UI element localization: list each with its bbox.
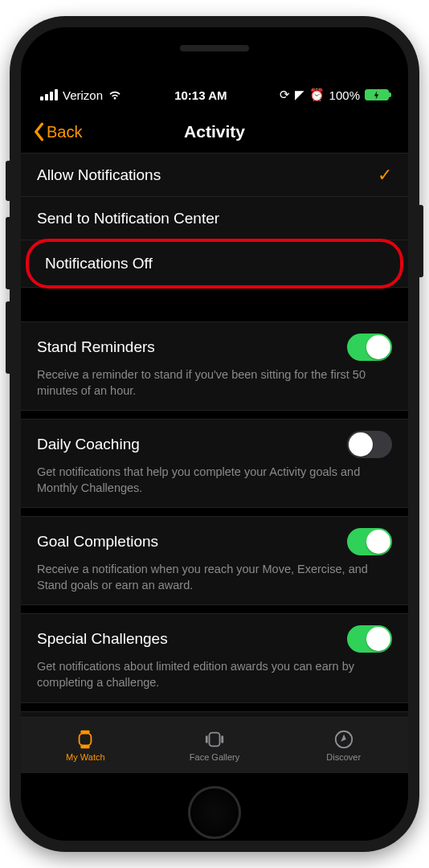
special-challenges-desc: Get notifications about limited edition … (21, 657, 408, 702)
daily-coaching-title: Daily Coaching (37, 436, 140, 453)
side-button-2 (6, 301, 10, 374)
notif-off-label: Notifications Off (45, 255, 153, 272)
daily-coaching-section: Daily Coaching Get notifications that he… (21, 419, 408, 508)
phone-frame: Verizon 10:13 AM ⟳ ◤ ⏰ 100% Back Activit… (10, 16, 419, 852)
goal-completions-section: Goal Completions Receive a notification … (21, 516, 408, 605)
status-bar: Verizon 10:13 AM ⟳ ◤ ⏰ 100% (21, 71, 408, 119)
watch-icon (74, 729, 96, 750)
goal-completions-row[interactable]: Goal Completions (21, 517, 408, 560)
home-button[interactable] (188, 786, 241, 839)
back-label: Back (47, 123, 82, 141)
back-button[interactable]: Back (32, 122, 82, 141)
notif-allow-row[interactable]: Allow Notifications ✓ (21, 154, 408, 197)
earpiece (180, 45, 249, 51)
special-challenges-toggle[interactable] (347, 625, 392, 653)
alarm-icon: ⏰ (309, 88, 325, 102)
notif-allow-label: Allow Notifications (37, 166, 161, 184)
goal-completions-desc: Receive a notification when you reach yo… (21, 560, 408, 604)
wifi-icon (108, 89, 122, 100)
daily-coaching-desc: Get notifications that help you complete… (21, 463, 408, 507)
annotation-highlight: Notifications Off (26, 239, 403, 289)
nav-bar: Back Activity (21, 119, 408, 153)
group-spacer (21, 288, 408, 321)
special-challenges-title: Special Challenges (37, 630, 168, 648)
special-challenges-row[interactable]: Special Challenges (21, 614, 408, 657)
notif-off-row[interactable]: Notifications Off (29, 242, 400, 285)
notif-send-center-label: Send to Notification Center (37, 210, 219, 227)
stand-reminders-title: Stand Reminders (37, 338, 155, 356)
activity-sharing-section: Activity Sharing Notifications (21, 711, 408, 718)
check-icon: ✓ (378, 165, 392, 186)
goal-completions-title: Goal Completions (37, 533, 158, 551)
tab-face-gallery[interactable]: Face Gallery (150, 718, 280, 773)
carrier-label: Verizon (63, 88, 103, 102)
stand-reminders-desc: Receive a reminder to stand if you've be… (21, 366, 408, 410)
notif-send-center-row[interactable]: Send to Notification Center (21, 197, 408, 240)
svg-rect-3 (210, 733, 220, 747)
tab-my-watch-label: My Watch (66, 752, 105, 762)
stand-reminders-row[interactable]: Stand Reminders (21, 322, 408, 366)
svg-rect-1 (80, 734, 92, 746)
activity-sharing-row[interactable]: Activity Sharing Notifications (21, 712, 408, 718)
daily-coaching-toggle[interactable] (347, 431, 392, 458)
battery-pct: 100% (329, 88, 360, 102)
signal-icon (40, 89, 58, 100)
daily-coaching-row[interactable]: Daily Coaching (21, 420, 408, 463)
location-icon: ◤ (295, 88, 304, 102)
svg-rect-4 (206, 735, 208, 743)
goal-completions-toggle[interactable] (347, 528, 392, 555)
side-button (419, 205, 423, 277)
rotation-lock-icon: ⟳ (280, 88, 290, 102)
stand-reminders-section: Stand Reminders Receive a reminder to st… (21, 321, 408, 411)
battery-icon (365, 89, 389, 100)
status-time: 10:13 AM (174, 88, 227, 102)
special-challenges-section: Special Challenges Get notifications abo… (21, 613, 408, 702)
stand-reminders-toggle[interactable] (347, 334, 392, 361)
settings-content[interactable]: Allow Notifications ✓ Send to Notificati… (21, 153, 408, 717)
notification-mode-group: Allow Notifications ✓ Send to Notificati… (21, 153, 408, 288)
chevron-left-icon (32, 122, 45, 141)
face-gallery-icon (203, 729, 226, 750)
tab-bar: My Watch Face Gallery Discover (21, 717, 408, 773)
tab-face-gallery-label: Face Gallery (190, 752, 239, 762)
tab-my-watch[interactable]: My Watch (21, 718, 150, 773)
tab-discover[interactable]: Discover (279, 718, 408, 773)
screen: Verizon 10:13 AM ⟳ ◤ ⏰ 100% Back Activit… (21, 27, 408, 841)
svg-rect-5 (221, 735, 223, 743)
compass-icon (333, 729, 355, 750)
svg-rect-2 (81, 745, 90, 748)
tab-discover-label: Discover (326, 752, 361, 762)
